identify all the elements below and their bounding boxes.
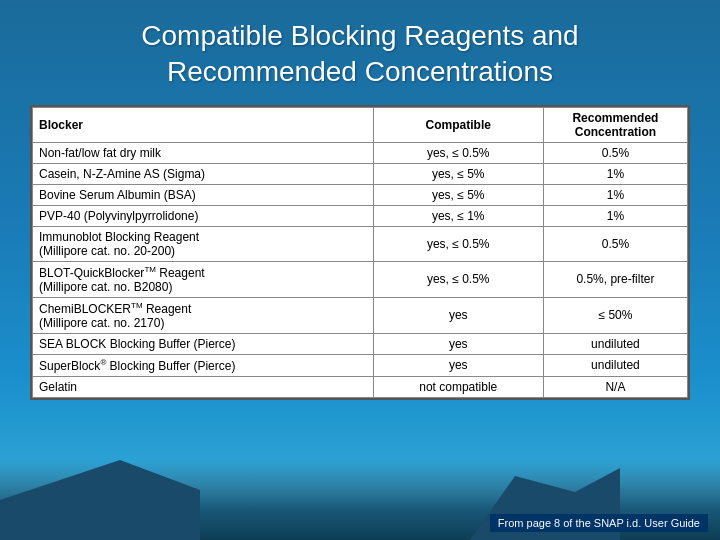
col-header-concentration: Recommended Concentration [543, 107, 687, 142]
table-row: Immunoblot Blocking Reagent(Millipore ca… [33, 226, 688, 261]
table-row: Non-fat/low fat dry milkyes, ≤ 0.5%0.5% [33, 142, 688, 163]
col-header-blocker: Blocker [33, 107, 374, 142]
page-title: Compatible Blocking Reagents and Recomme… [141, 18, 578, 91]
cell-compatible: yes, ≤ 5% [373, 184, 543, 205]
cell-concentration: 0.5%, pre-filter [543, 261, 687, 297]
cell-blocker: PVP-40 (Polyvinylpyrrolidone) [33, 205, 374, 226]
table-row: BLOT-QuickBlockerTM Reagent(Millipore ca… [33, 261, 688, 297]
table-row: SuperBlock® Blocking Buffer (Pierce)yesu… [33, 354, 688, 376]
data-table: Blocker Compatible Recommended Concentra… [30, 105, 690, 400]
cell-concentration: N/A [543, 376, 687, 397]
cell-compatible: yes [373, 354, 543, 376]
cell-blocker: SEA BLOCK Blocking Buffer (Pierce) [33, 333, 374, 354]
cell-blocker: SuperBlock® Blocking Buffer (Pierce) [33, 354, 374, 376]
cell-blocker: Casein, N-Z-Amine AS (Sigma) [33, 163, 374, 184]
table-row: SEA BLOCK Blocking Buffer (Pierce)yesund… [33, 333, 688, 354]
cell-blocker: Non-fat/low fat dry milk [33, 142, 374, 163]
cell-concentration: undiluted [543, 354, 687, 376]
table-row: PVP-40 (Polyvinylpyrrolidone)yes, ≤ 1%1% [33, 205, 688, 226]
cell-compatible: yes, ≤ 1% [373, 205, 543, 226]
cell-concentration: 1% [543, 163, 687, 184]
table-row: Gelatinnot compatibleN/A [33, 376, 688, 397]
cell-blocker: Bovine Serum Albumin (BSA) [33, 184, 374, 205]
cell-concentration: 1% [543, 205, 687, 226]
cell-compatible: yes [373, 297, 543, 333]
footer-note: From page 8 of the SNAP i.d. User Guide [490, 514, 708, 532]
cell-compatible: yes, ≤ 5% [373, 163, 543, 184]
cell-blocker: ChemiBLOCKERTM Reagent(Millipore cat. no… [33, 297, 374, 333]
cell-compatible: yes, ≤ 0.5% [373, 142, 543, 163]
cell-concentration: 0.5% [543, 226, 687, 261]
cell-concentration: 1% [543, 184, 687, 205]
table-row: Casein, N-Z-Amine AS (Sigma)yes, ≤ 5%1% [33, 163, 688, 184]
col-header-compatible: Compatible [373, 107, 543, 142]
table-row: ChemiBLOCKERTM Reagent(Millipore cat. no… [33, 297, 688, 333]
cell-blocker: Gelatin [33, 376, 374, 397]
cell-concentration: 0.5% [543, 142, 687, 163]
cell-concentration: undiluted [543, 333, 687, 354]
cell-blocker: BLOT-QuickBlockerTM Reagent(Millipore ca… [33, 261, 374, 297]
cell-compatible: yes, ≤ 0.5% [373, 261, 543, 297]
cell-blocker: Immunoblot Blocking Reagent(Millipore ca… [33, 226, 374, 261]
cell-compatible: not compatible [373, 376, 543, 397]
cell-compatible: yes, ≤ 0.5% [373, 226, 543, 261]
cell-compatible: yes [373, 333, 543, 354]
table-row: Bovine Serum Albumin (BSA)yes, ≤ 5%1% [33, 184, 688, 205]
cell-concentration: ≤ 50% [543, 297, 687, 333]
